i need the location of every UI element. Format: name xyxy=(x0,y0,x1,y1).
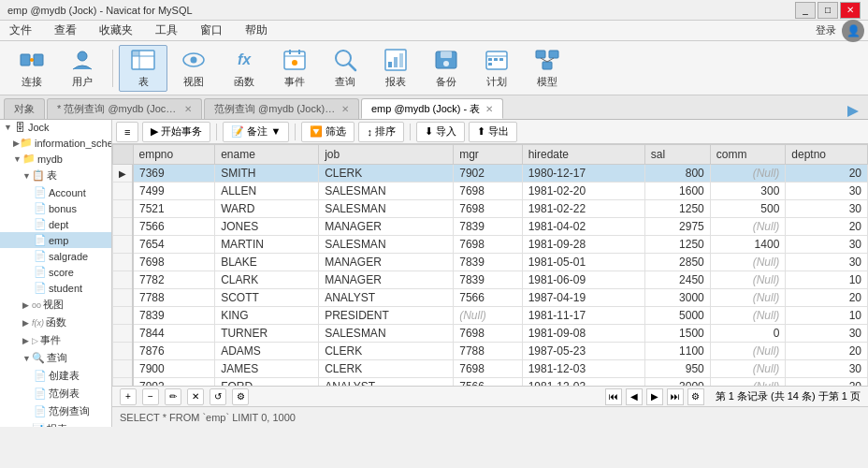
cell-comm[interactable]: 300 xyxy=(710,183,786,200)
tool-event[interactable]: 事件 xyxy=(270,45,319,92)
cell-ename[interactable]: ALLEN xyxy=(215,183,319,200)
sidebar-item-fanli-table[interactable]: 📄 范例表 xyxy=(0,385,111,402)
cell-hiredate[interactable]: 1981-05-01 xyxy=(522,254,644,271)
cell-empno[interactable]: 7839 xyxy=(133,307,215,325)
cell-job[interactable]: ANALYST xyxy=(319,289,454,307)
cell-job[interactable]: SALESMAN xyxy=(319,183,454,200)
sidebar-item-account[interactable]: 📄 Account xyxy=(0,184,111,200)
tool-query[interactable]: 查询 xyxy=(321,45,369,92)
tab-query1-close[interactable]: ✕ xyxy=(184,104,192,114)
cell-deptno[interactable]: 30 xyxy=(786,200,868,218)
cell-job[interactable]: MANAGER xyxy=(319,271,454,289)
cell-job[interactable]: MANAGER xyxy=(319,218,454,236)
cell-comm[interactable]: (Null) xyxy=(710,307,786,325)
cell-deptno[interactable]: 30 xyxy=(786,360,868,378)
cell-empno[interactable]: 7844 xyxy=(133,325,215,343)
cell-comm[interactable]: (Null) xyxy=(710,271,786,289)
cell-empno[interactable]: 7788 xyxy=(133,289,215,307)
filter-button[interactable]: 🔽 筛选 xyxy=(301,122,354,142)
prev-page-button[interactable]: ◀ xyxy=(626,388,643,405)
cell-hiredate[interactable]: 1987-04-19 xyxy=(522,289,644,307)
table-row[interactable]: 7839KINGPRESIDENT(Null)1981-11-175000(Nu… xyxy=(113,307,868,325)
table-row[interactable]: 7844TURNERSALESMAN76981981-09-081500030 xyxy=(113,325,868,343)
tab-object[interactable]: 对象 xyxy=(4,98,45,119)
col-mgr[interactable]: mgr xyxy=(454,145,522,165)
cell-empno[interactable]: 7654 xyxy=(133,236,215,254)
sidebar-item-tables[interactable]: ▼ 📋 表 xyxy=(0,167,111,184)
export-button[interactable]: ⬆ 导出 xyxy=(469,122,517,142)
cell-ename[interactable]: ADAMS xyxy=(215,343,319,360)
cell-hiredate[interactable]: 1981-12-03 xyxy=(522,360,644,378)
cell-sal[interactable]: 1100 xyxy=(644,343,710,360)
sidebar-item-functions[interactable]: ▶ f(x) 函数 xyxy=(0,314,111,331)
cell-ename[interactable]: JONES xyxy=(215,218,319,236)
cell-comm[interactable]: (Null) xyxy=(710,289,786,307)
cell-comm[interactable]: (Null) xyxy=(710,378,786,387)
sidebar-item-jock[interactable]: ▼ 🗄 Jock xyxy=(0,120,111,135)
cell-empno[interactable]: 7369 xyxy=(133,165,215,183)
delete-row-button[interactable]: − xyxy=(142,388,159,405)
cell-comm[interactable]: (Null) xyxy=(710,218,786,236)
cell-mgr[interactable]: 7698 xyxy=(454,325,522,343)
cell-sal[interactable]: 5000 xyxy=(644,307,710,325)
sidebar-item-student[interactable]: 📄 student xyxy=(0,280,111,296)
last-page-button[interactable]: ⏭ xyxy=(667,388,684,405)
cell-deptno[interactable]: 30 xyxy=(786,236,868,254)
note-button[interactable]: 📝 备注 ▼ xyxy=(223,122,289,142)
next-page-button[interactable]: ▶ xyxy=(646,388,663,405)
cell-job[interactable]: CLERK xyxy=(319,165,454,183)
menu-window[interactable]: 窗口 xyxy=(195,21,228,40)
cell-mgr[interactable]: 7566 xyxy=(454,378,522,387)
cell-job[interactable]: CLERK xyxy=(319,343,454,360)
col-ename[interactable]: ename xyxy=(215,145,319,165)
cell-hiredate[interactable]: 1981-04-02 xyxy=(522,218,644,236)
sort-button[interactable]: ↕ 排序 xyxy=(358,122,404,142)
cell-mgr[interactable]: 7566 xyxy=(454,289,522,307)
cell-deptno[interactable]: 30 xyxy=(786,183,868,200)
first-page-button[interactable]: ⏮ xyxy=(605,388,622,405)
tab-query1[interactable]: * 范例查询 @mydb (Jock) - ... ✕ xyxy=(47,98,202,119)
menu-file[interactable]: 文件 xyxy=(4,21,37,40)
cell-ename[interactable]: BLAKE xyxy=(215,254,319,271)
cell-comm[interactable]: 500 xyxy=(710,200,786,218)
sidebar-item-create-table[interactable]: 📄 创建表 xyxy=(0,367,111,385)
cell-empno[interactable]: 7900 xyxy=(133,360,215,378)
cell-hiredate[interactable]: 1981-09-28 xyxy=(522,236,644,254)
cell-ename[interactable]: TURNER xyxy=(215,325,319,343)
cell-comm[interactable]: (Null) xyxy=(710,360,786,378)
cell-ename[interactable]: SCOTT xyxy=(215,289,319,307)
table-row[interactable]: 7876ADAMSCLERK77881987-05-231100(Null)20 xyxy=(113,343,868,360)
table-row[interactable]: 7902FORDANALYST75661981-12-033000(Null)2… xyxy=(113,378,868,387)
cell-hiredate[interactable]: 1987-05-23 xyxy=(522,343,644,360)
sidebar-item-salgrade[interactable]: 📄 salgrade xyxy=(0,248,111,264)
cell-mgr[interactable]: 7839 xyxy=(454,218,522,236)
cell-empno[interactable]: 7521 xyxy=(133,200,215,218)
tool-user[interactable]: 用户 xyxy=(58,45,107,92)
cell-sal[interactable]: 3000 xyxy=(644,289,710,307)
table-row[interactable]: ▶7369SMITHCLERK79021980-12-17800(Null)20 xyxy=(113,165,868,183)
minimize-button[interactable]: _ xyxy=(795,2,816,19)
cell-empno[interactable]: 7902 xyxy=(133,378,215,387)
user-avatar[interactable]: 👤 xyxy=(842,20,864,42)
col-sal[interactable]: sal xyxy=(644,145,710,165)
col-hiredate[interactable]: hiredate xyxy=(522,145,644,165)
tool-backup[interactable]: 备份 xyxy=(422,45,470,92)
cell-empno[interactable]: 7698 xyxy=(133,254,215,271)
cell-mgr[interactable]: 7788 xyxy=(454,343,522,360)
sidebar-item-score[interactable]: 📄 score xyxy=(0,264,111,280)
sidebar-item-queries[interactable]: ▼ 🔍 查询 xyxy=(0,349,111,367)
cell-sal[interactable]: 3000 xyxy=(644,378,710,387)
cell-empno[interactable]: 7566 xyxy=(133,218,215,236)
table-row[interactable]: 7782CLARKMANAGER78391981-06-092450(Null)… xyxy=(113,271,868,289)
col-deptno[interactable]: deptno xyxy=(786,145,868,165)
tool-schedule[interactable]: 计划 xyxy=(472,45,521,92)
cell-job[interactable]: SALESMAN xyxy=(319,325,454,343)
cell-deptno[interactable]: 20 xyxy=(786,165,868,183)
cell-mgr[interactable]: 7698 xyxy=(454,236,522,254)
cell-sal[interactable]: 2850 xyxy=(644,254,710,271)
sidebar-item-emp[interactable]: 📄 emp xyxy=(0,232,111,248)
cell-empno[interactable]: 7876 xyxy=(133,343,215,360)
cell-ename[interactable]: KING xyxy=(215,307,319,325)
cell-comm[interactable]: 0 xyxy=(710,325,786,343)
cell-ename[interactable]: SMITH xyxy=(215,165,319,183)
